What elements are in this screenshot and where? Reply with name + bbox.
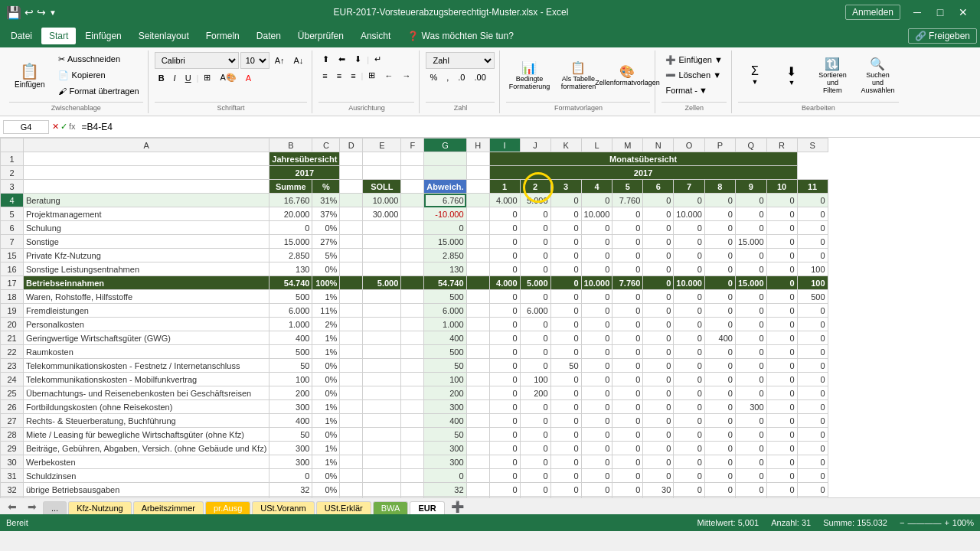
cell-d4[interactable]: [340, 194, 363, 207]
cell-p16[interactable]: 0: [704, 262, 735, 276]
cell-m20[interactable]: 0: [612, 318, 643, 331]
cell-l22[interactable]: 0: [581, 345, 612, 359]
share-button[interactable]: 🔗 Freigeben: [908, 28, 977, 44]
row-header-4[interactable]: 4: [1, 194, 24, 207]
cell-o4[interactable]: 0: [674, 194, 705, 207]
cell-k23[interactable]: 50: [550, 359, 581, 373]
cell-b26[interactable]: 300: [270, 400, 312, 414]
col-header-n[interactable]: N: [643, 139, 674, 152]
cell-s5[interactable]: 0: [797, 207, 828, 221]
find-select-button[interactable]: 🔍 Suchen und Auswählen: [857, 54, 899, 97]
cell-i30[interactable]: 0: [489, 455, 520, 469]
row-header-21[interactable]: 21: [1, 331, 24, 345]
add-sheet-button[interactable]: ⬅: [3, 499, 21, 514]
cell-e26[interactable]: [363, 400, 401, 414]
bold-button[interactable]: B: [155, 71, 168, 85]
cell-d3[interactable]: [340, 180, 363, 194]
cell-o15[interactable]: 0: [674, 249, 705, 262]
sheet-tab-nav[interactable]: ...: [43, 501, 67, 514]
cell-r22[interactable]: 0: [766, 345, 797, 359]
cell-h21[interactable]: [466, 331, 489, 345]
cell-i19[interactable]: 0: [489, 304, 520, 318]
cell-s3[interactable]: 11: [797, 180, 828, 194]
cell-g21[interactable]: 400: [424, 331, 466, 345]
zoom-out-icon[interactable]: −: [900, 518, 904, 527]
cell-d21[interactable]: [340, 331, 363, 345]
cell-q16[interactable]: 0: [735, 262, 766, 276]
cell-k7[interactable]: 0: [550, 235, 581, 249]
cell-a28[interactable]: Miete / Leasing für bewegliche Wirtschaf…: [24, 428, 270, 442]
cell-r31[interactable]: 0: [766, 469, 797, 483]
cell-g16[interactable]: 130: [424, 262, 466, 276]
zoom-slider[interactable]: ————: [907, 518, 941, 527]
cell-g18[interactable]: 500: [424, 290, 466, 304]
cell-b32[interactable]: 32: [270, 483, 312, 497]
cell-g23[interactable]: 50: [424, 359, 466, 373]
cell-b22[interactable]: 500: [270, 345, 312, 359]
cell-b2[interactable]: 2017: [270, 166, 340, 180]
cell-i22[interactable]: 0: [489, 345, 520, 359]
cell-p7[interactable]: 0: [704, 235, 735, 249]
cell-s20[interactable]: 0: [797, 318, 828, 331]
cell-r19[interactable]: 0: [766, 304, 797, 318]
merge-button[interactable]: ⊞: [364, 68, 379, 83]
cell-k24[interactable]: 0: [550, 373, 581, 386]
cell-m6[interactable]: 0: [612, 221, 643, 235]
col-header-i[interactable]: I: [489, 139, 520, 152]
cell-e19[interactable]: [363, 304, 401, 318]
cell-m29[interactable]: 0: [612, 442, 643, 455]
cell-p18[interactable]: 0: [704, 290, 735, 304]
cell-f22[interactable]: [401, 345, 424, 359]
cell-n21[interactable]: 0: [643, 331, 674, 345]
cell-b1[interactable]: Jahresübersicht: [270, 152, 340, 166]
cell-l24[interactable]: 0: [581, 373, 612, 386]
save-icon[interactable]: 💾: [6, 5, 21, 20]
format-cells-button[interactable]: Format - ▼: [662, 83, 726, 97]
col-header-f[interactable]: F: [401, 139, 424, 152]
cell-h27[interactable]: [466, 414, 489, 428]
cell-f7[interactable]: [401, 235, 424, 249]
cell-d32[interactable]: [340, 483, 363, 497]
cell-l25[interactable]: 0: [581, 386, 612, 400]
cell-o29[interactable]: 0: [674, 442, 705, 455]
cell-e16[interactable]: [363, 262, 401, 276]
cell-b4[interactable]: 16.760: [270, 194, 312, 207]
cell-n26[interactable]: 0: [643, 400, 674, 414]
cell-c19[interactable]: 11%: [312, 304, 340, 318]
align-left-button[interactable]: ≡: [318, 69, 331, 83]
cell-b6[interactable]: 0: [270, 221, 312, 235]
formula-cancel-icon[interactable]: ✕: [52, 122, 59, 132]
cell-h4[interactable]: [466, 194, 489, 207]
cell-f6[interactable]: [401, 221, 424, 235]
cell-r3[interactable]: 10: [766, 180, 797, 194]
cell-c7[interactable]: 27%: [312, 235, 340, 249]
row-header-15[interactable]: 15: [1, 249, 24, 262]
cell-g3[interactable]: Abweich.: [424, 180, 466, 194]
cell-s17[interactable]: 100: [797, 276, 828, 290]
undo-icon[interactable]: ↩: [24, 6, 34, 18]
cell-c3[interactable]: %: [312, 180, 340, 194]
cell-j28[interactable]: 0: [520, 428, 550, 442]
cell-p4[interactable]: 0: [704, 194, 735, 207]
conditional-format-button[interactable]: 📊 Bedingte Formatierung: [506, 57, 552, 93]
cell-g20[interactable]: 1.000: [424, 318, 466, 331]
format-painter-button[interactable]: 🖌 Format übertragen: [54, 84, 142, 98]
cell-f21[interactable]: [401, 331, 424, 345]
row-header-23[interactable]: 23: [1, 359, 24, 373]
cell-i21[interactable]: 0: [489, 331, 520, 345]
cell-o7[interactable]: 0: [674, 235, 705, 249]
cell-a30[interactable]: Werbekosten: [24, 455, 270, 469]
cell-d7[interactable]: [340, 235, 363, 249]
cell-b18[interactable]: 500: [270, 290, 312, 304]
cell-m21[interactable]: 0: [612, 331, 643, 345]
cell-n19[interactable]: 0: [643, 304, 674, 318]
cell-o6[interactable]: 0: [674, 221, 705, 235]
cell-g1[interactable]: [424, 152, 466, 166]
cell-k3[interactable]: 3: [550, 180, 581, 194]
cell-s27[interactable]: 0: [797, 414, 828, 428]
cell-m16[interactable]: 0: [612, 262, 643, 276]
cell-h23[interactable]: [466, 359, 489, 373]
cell-g24[interactable]: 100: [424, 373, 466, 386]
cell-o31[interactable]: 0: [674, 469, 705, 483]
row-header-29[interactable]: 29: [1, 442, 24, 455]
